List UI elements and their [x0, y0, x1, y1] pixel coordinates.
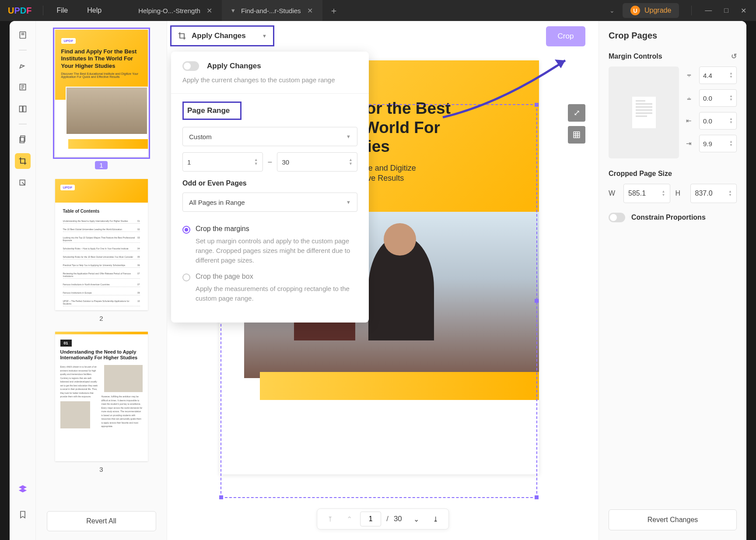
crop-handle-bl[interactable] — [219, 495, 223, 499]
thumb-number-2: 2 — [99, 315, 103, 322]
apply-changes-toggle[interactable] — [182, 61, 199, 71]
last-page-icon[interactable]: ⤓ — [427, 511, 444, 527]
page-number-input[interactable] — [360, 512, 381, 526]
crop-icon — [178, 32, 186, 40]
crop-tool-icon[interactable] — [15, 153, 31, 169]
tabs-overflow-icon[interactable]: ⌄ — [609, 7, 615, 14]
apply-changes-dropdown: Apply Changes Apply the current changes … — [171, 52, 369, 323]
svg-rect-7 — [574, 132, 580, 138]
bookmark-icon[interactable] — [15, 507, 31, 522]
reader-tool-icon[interactable] — [15, 27, 31, 43]
app-logo: UPDF — [0, 6, 39, 16]
crop-margins-option[interactable]: Crop the margins — [182, 225, 357, 234]
height-input[interactable]: 837.0▲▼ — [690, 184, 737, 203]
crop-handle-tr[interactable] — [535, 103, 539, 107]
margin-left-input[interactable]: 0.0▲▼ — [699, 112, 737, 130]
odd-even-select[interactable]: All Pages in Range ▼ — [182, 193, 357, 212]
svg-rect-3 — [23, 106, 26, 112]
tab-active[interactable]: ▾ Find-and-...r-Studies ✕ — [222, 0, 322, 21]
page-range-heading: Page Range — [182, 102, 242, 120]
thumb-number-1: 1 — [95, 161, 107, 169]
reset-margins-icon[interactable]: ↺ — [731, 52, 737, 60]
odd-even-label: Odd or Even Pages — [182, 179, 357, 187]
dropdown-heading: Apply Changes — [207, 62, 261, 70]
page-total: 30 — [394, 515, 402, 523]
revert-changes-button[interactable]: Revert Changes — [609, 509, 737, 530]
range-from-input[interactable]: 1 ▲▼ — [182, 152, 263, 172]
prev-page-icon[interactable]: ⌃ — [341, 511, 357, 527]
tab-label: Find-and-...r-Studies — [241, 7, 301, 14]
crop-pagebox-option[interactable]: Crop the page box — [182, 273, 357, 281]
close-icon[interactable]: ✕ — [307, 7, 313, 15]
thumb-title: Find and Apply For the Best Institutes I… — [61, 48, 142, 70]
tab-inactive[interactable]: Helping-O...-Strength ✕ — [129, 0, 222, 21]
left-toolbar — [10, 21, 36, 540]
thumbnail-2[interactable]: UPDF Table of Contents Understanding the… — [55, 179, 148, 310]
titlebar: UPDF File Help Helping-O...-Strength ✕ ▾… — [0, 0, 756, 21]
cropped-size-heading: Cropped Page Size — [609, 170, 672, 178]
margin-bottom-icon: ⫨ — [686, 95, 696, 102]
minimize-icon[interactable]: — — [705, 7, 712, 15]
comment-tool-icon[interactable] — [15, 57, 31, 73]
actual-size-icon[interactable] — [568, 126, 585, 144]
ocr-tool-icon[interactable] — [15, 131, 31, 147]
margin-controls-heading: Margin Controls — [609, 53, 662, 60]
first-page-icon[interactable]: ⤒ — [322, 511, 338, 527]
chevron-down-icon: ▼ — [346, 200, 351, 205]
svg-rect-2 — [19, 106, 22, 112]
crop-button[interactable]: Crop — [546, 26, 585, 46]
thumbnail-panel: UPDF Find and Apply For the Best Institu… — [36, 21, 167, 540]
margin-right-input[interactable]: 9.9▲▼ — [699, 135, 737, 152]
menu-help[interactable]: Help — [77, 7, 111, 14]
layers-icon[interactable] — [15, 481, 31, 497]
thumb-subtitle: Discover The Best Educational Institute … — [61, 72, 142, 78]
radio-on-icon — [182, 226, 190, 234]
fit-screen-icon[interactable]: ⤢ — [568, 104, 585, 122]
dropdown-sub: Apply the current changes to the custom … — [182, 75, 357, 84]
margin-bottom-input[interactable]: 0.0▲▼ — [699, 89, 737, 107]
crop-settings-panel: Crop Pages Margin Controls ↺ ⫧ 4.4▲▼ — [598, 21, 746, 540]
thumb-logo: UPDF — [61, 38, 76, 44]
page-range-select[interactable]: Custom ▼ — [182, 127, 357, 146]
next-page-icon[interactable]: ⌄ — [408, 511, 425, 527]
width-input[interactable]: 585.1▲▼ — [623, 184, 670, 203]
margin-preview — [609, 67, 679, 158]
apply-changes-button[interactable]: Apply Changes ▼ — [170, 25, 274, 46]
range-to-input[interactable]: 30 ▲▼ — [277, 152, 357, 172]
crop-handle-mr[interactable] — [535, 299, 539, 303]
thumb-number-3: 3 — [99, 466, 103, 473]
page-navigator: ⤒ ⌃ / 30 ⌄ ⤓ — [317, 508, 449, 529]
margin-left-icon: ⇤ — [686, 117, 696, 125]
revert-all-button[interactable]: Revert All — [47, 511, 156, 531]
margin-top-icon: ⫧ — [686, 72, 696, 79]
close-icon[interactable]: ✕ — [206, 7, 212, 15]
canvas-area: Apply Changes ▼ Crop UPDF Find and Apply… — [167, 21, 598, 540]
chevron-down-icon: ▼ — [346, 134, 351, 139]
panel-title: Crop Pages — [609, 31, 737, 41]
crop-handle-br[interactable] — [535, 495, 539, 499]
margin-right-icon: ⇥ — [686, 140, 696, 147]
constrain-proportions-toggle[interactable] — [609, 213, 625, 222]
radio-off-icon — [182, 274, 190, 281]
redact-tool-icon[interactable] — [15, 175, 31, 191]
tab-dropdown-icon[interactable]: ▾ — [231, 7, 235, 14]
upgrade-badge-icon: U — [630, 6, 640, 15]
close-window-icon[interactable]: ✕ — [741, 7, 746, 15]
thumbnail-3[interactable]: 01 Understanding the Need to Apply Inter… — [55, 332, 148, 461]
new-tab-button[interactable]: ＋ — [327, 4, 341, 18]
tab-label: Helping-O...-Strength — [138, 7, 200, 14]
maximize-icon[interactable]: □ — [724, 7, 728, 15]
edit-tool-icon[interactable] — [15, 79, 31, 95]
upgrade-button[interactable]: U Upgrade — [623, 3, 679, 18]
margin-top-input[interactable]: 4.4▲▼ — [699, 67, 737, 84]
menu-file[interactable]: File — [47, 7, 77, 14]
pages-tool-icon[interactable] — [15, 101, 31, 117]
thumbnail-1[interactable]: UPDF Find and Apply For the Best Institu… — [55, 30, 148, 157]
